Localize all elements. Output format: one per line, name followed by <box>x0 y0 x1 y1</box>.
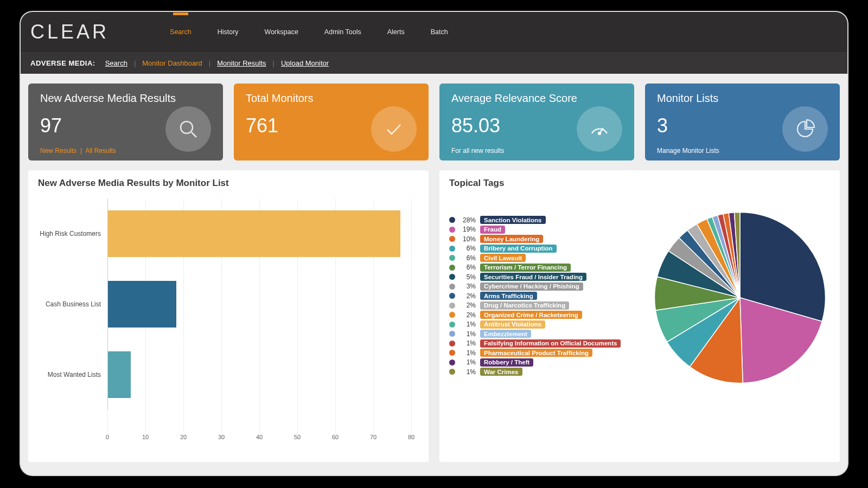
nav-item-search[interactable]: Search <box>157 28 205 36</box>
subnav-title: ADVERSE MEDIA: <box>30 59 95 67</box>
tag-dot-icon <box>449 265 455 271</box>
x-tick: 20 <box>180 434 187 440</box>
bar[interactable] <box>108 351 131 398</box>
tag-pct: 1% <box>459 349 476 357</box>
tag-pct: 3% <box>459 282 476 290</box>
panel-topical-tags: Topical Tags 28%Sanction Violations19%Fr… <box>439 170 840 462</box>
panel-title: Topical Tags <box>449 178 830 189</box>
card-new-results[interactable]: New Adverse Media Results 97 New Results… <box>28 84 223 160</box>
tag-row[interactable]: 28%Sanction Violations <box>449 216 634 224</box>
bar-label: High Risk Customers <box>38 230 107 237</box>
nav-item-batch[interactable]: Batch <box>418 28 461 36</box>
subnav-link-upload-monitor[interactable]: Upload Monitor <box>281 59 329 67</box>
x-tick: 30 <box>218 434 225 440</box>
tag-row[interactable]: 10%Money Laundering <box>449 235 634 243</box>
tag-pill: Cybercrime / Hacking / Phishing <box>480 282 583 291</box>
tag-dot-icon <box>449 369 455 375</box>
tag-pill: Pharmaceutical Product Trafficking <box>480 349 592 357</box>
tag-pill: Civil Lawsuit <box>480 254 526 262</box>
subnav: ADVERSE MEDIA: Search|Monitor Dashboard|… <box>21 52 847 74</box>
tag-dot-icon <box>449 227 455 233</box>
bar-chart: High Risk CustomersCash Business ListMos… <box>38 198 419 453</box>
nav-item-alerts[interactable]: Alerts <box>374 28 418 36</box>
subnav-link-search[interactable]: Search <box>105 59 127 67</box>
tag-row[interactable]: 2%Arms Trafficking <box>449 292 634 300</box>
tag-pill: Sanction Violations <box>480 216 546 224</box>
tag-pill: Bribery and Corruption <box>480 245 557 253</box>
tag-dot-icon <box>449 236 455 242</box>
tag-pct: 2% <box>459 292 476 300</box>
subnav-link-monitor-dashboard[interactable]: Monitor Dashboard <box>142 59 202 67</box>
search-icon <box>165 106 211 152</box>
tag-row[interactable]: 19%Fraud <box>449 226 634 234</box>
tag-pct: 6% <box>459 254 476 262</box>
tag-row[interactable]: 1%Robbery / Theft <box>449 358 634 367</box>
x-tick: 70 <box>370 434 376 440</box>
tag-row[interactable]: 6%Civil Lawsuit <box>449 254 634 262</box>
tag-dot-icon <box>449 341 455 346</box>
tag-pill: Fraud <box>480 226 505 234</box>
tag-pct: 2% <box>459 311 476 319</box>
nav-item-workspace[interactable]: Workspace <box>252 28 311 36</box>
bar[interactable] <box>108 281 176 328</box>
tag-dot-icon <box>449 255 455 261</box>
tag-pct: 19% <box>459 226 476 233</box>
check-icon <box>371 106 417 152</box>
card-monitor-lists[interactable]: Monitor Lists 3 Manage Monitor Lists <box>645 84 840 160</box>
tag-pct: 1% <box>459 339 476 347</box>
tag-row[interactable]: 2%Drug / Narcotics Trafficking <box>449 301 634 310</box>
tag-pct: 28% <box>459 216 476 224</box>
tag-dot-icon <box>449 284 455 290</box>
tag-row[interactable]: 2%Organized Crime / Racketeering <box>449 311 634 319</box>
svg-line-1 <box>192 132 196 137</box>
subnav-link-monitor-results[interactable]: Monitor Results <box>217 59 266 67</box>
tags-legend: 28%Sanction Violations19%Fraud10%Money L… <box>449 216 634 376</box>
gauge-icon <box>577 106 622 152</box>
tag-row[interactable]: 1%War Crimes <box>449 368 634 376</box>
tag-dot-icon <box>449 274 455 280</box>
tag-dot-icon <box>449 312 455 318</box>
link-new-results[interactable]: New Results <box>40 147 76 155</box>
tag-dot-icon <box>449 217 455 223</box>
card-total-monitors[interactable]: Total Monitors 761 <box>234 84 429 160</box>
tag-pill: Organized Crime / Racketeering <box>480 311 582 319</box>
x-tick: 0 <box>106 434 109 440</box>
tag-pill: Embezzlement <box>480 330 531 338</box>
bar-label: Cash Business List <box>38 300 107 308</box>
tag-pill: Terrorism / Terror Financing <box>480 264 571 272</box>
tag-pct: 5% <box>459 273 476 281</box>
tag-row[interactable]: 6%Terrorism / Terror Financing <box>449 264 634 272</box>
tag-pct: 1% <box>459 368 476 376</box>
main-nav: SearchHistoryWorkspaceAdmin ToolsAlertsB… <box>157 28 461 36</box>
card-title: Monitor Lists <box>657 92 828 105</box>
tag-row[interactable]: 6%Bribery and Corruption <box>449 245 634 253</box>
x-tick: 50 <box>294 434 301 440</box>
tag-dot-icon <box>449 303 455 309</box>
tag-row[interactable]: 3%Cybercrime / Hacking / Phishing <box>449 282 634 291</box>
tag-pct: 6% <box>459 264 476 271</box>
tag-row[interactable]: 1%Pharmaceutical Product Trafficking <box>449 349 634 357</box>
tag-pct: 1% <box>459 330 476 338</box>
pie-chart <box>650 208 830 387</box>
tag-dot-icon <box>449 322 455 328</box>
nav-item-history[interactable]: History <box>205 28 252 36</box>
tag-pct: 1% <box>459 320 476 328</box>
tag-row[interactable]: 5%Securities Fraud / Insider Trading <box>449 273 634 281</box>
card-avg-score[interactable]: Average Relevance Score 85.03 For all ne… <box>439 84 634 160</box>
bar-label: Most Wanted Lists <box>38 371 107 378</box>
tag-dot-icon <box>449 331 455 337</box>
tag-dot-icon <box>449 246 455 252</box>
tag-row[interactable]: 1%Embezzlement <box>449 330 634 338</box>
bar[interactable] <box>108 210 400 257</box>
link-all-results[interactable]: All Results <box>85 147 116 155</box>
tag-pct: 6% <box>459 245 476 252</box>
card-title: New Adverse Media Results <box>40 92 211 105</box>
x-tick: 80 <box>408 434 414 440</box>
tag-pill: Falsifying Information on Official Docum… <box>480 339 621 348</box>
tag-row[interactable]: 1%Antitrust Violations <box>449 320 634 329</box>
panel-bar-chart: New Adverse Media Results by Monitor Lis… <box>28 170 429 462</box>
card-title: Total Monitors <box>246 92 417 105</box>
nav-item-admin-tools[interactable]: Admin Tools <box>311 28 374 36</box>
tag-row[interactable]: 1%Falsifying Information on Official Doc… <box>449 339 634 348</box>
panel-title: New Adverse Media Results by Monitor Lis… <box>38 178 419 189</box>
